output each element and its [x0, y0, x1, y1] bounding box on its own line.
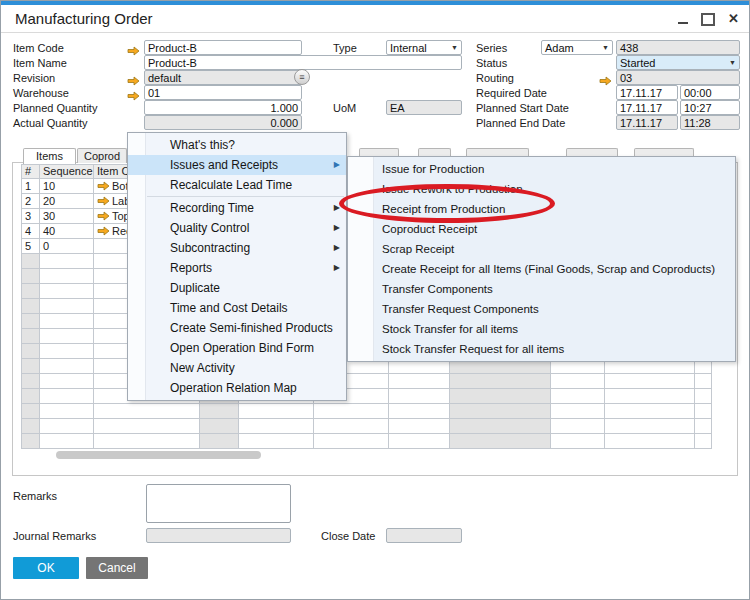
routing-link-arrow-icon[interactable]	[599, 72, 612, 82]
table-cell[interactable]	[22, 284, 40, 299]
table-cell[interactable]: 20	[40, 194, 94, 209]
cancel-button[interactable]: Cancel	[86, 557, 148, 579]
table-cell[interactable]	[389, 419, 450, 434]
table-cell[interactable]	[695, 374, 712, 389]
table-cell[interactable]	[22, 359, 40, 374]
required-date-input[interactable]: 17.11.17	[616, 85, 678, 100]
table-cell[interactable]	[22, 254, 40, 269]
table-cell[interactable]: 30	[40, 209, 94, 224]
menu-item-create-semi-finished-products[interactable]: Create Semi-finished Products	[128, 318, 346, 338]
table-cell[interactable]	[94, 404, 200, 419]
table-cell[interactable]	[450, 389, 551, 404]
menu-item-issues-and-receipts[interactable]: Issues and Receipts▶	[128, 155, 346, 175]
table-cell[interactable]	[22, 329, 40, 344]
table-cell[interactable]	[22, 374, 40, 389]
menu-item-recalculate-lead-time[interactable]: Recalculate Lead Time	[128, 175, 346, 195]
menu-item-quality-control[interactable]: Quality Control▶	[128, 218, 346, 238]
menu-item-time-and-cost-details[interactable]: Time and Cost Details	[128, 298, 346, 318]
table-cell[interactable]	[40, 254, 94, 269]
table-cell[interactable]	[605, 389, 695, 404]
table-cell[interactable]	[22, 434, 40, 449]
table-cell[interactable]	[22, 404, 40, 419]
table-cell[interactable]	[695, 434, 712, 449]
table-cell[interactable]	[551, 419, 605, 434]
revision-input[interactable]: default	[144, 70, 302, 85]
table-cell[interactable]: 1	[22, 179, 40, 194]
minimize-icon[interactable]	[678, 22, 688, 24]
table-cell[interactable]	[40, 404, 94, 419]
table-cell[interactable]: 2	[22, 194, 40, 209]
table-cell[interactable]: 4	[22, 224, 40, 239]
item-name-input[interactable]: Product-B	[144, 55, 462, 70]
table-cell[interactable]	[605, 374, 695, 389]
planned-start-date-input[interactable]: 17.11.17	[616, 100, 678, 115]
table-cell[interactable]	[605, 434, 695, 449]
table-cell[interactable]	[450, 434, 551, 449]
table-cell[interactable]	[239, 419, 314, 434]
menu-item-open-operation-bind-form[interactable]: Open Operation Bind Form	[128, 338, 346, 358]
maximize-icon[interactable]	[701, 13, 715, 26]
table-cell[interactable]: 0	[40, 239, 94, 254]
table-cell[interactable]	[94, 434, 200, 449]
table-cell[interactable]	[200, 404, 239, 419]
menu-item-duplicate[interactable]: Duplicate	[128, 278, 346, 298]
menu-item-coproduct-receipt[interactable]: Coproduct Receipt	[348, 219, 735, 239]
menu-item-create-receipt-for-all-items-final-goods-scrap-and-coproducts[interactable]: Create Receipt for all Items (Final Good…	[348, 259, 735, 279]
table-cell[interactable]	[450, 419, 551, 434]
table-cell[interactable]	[40, 269, 94, 284]
table-cell[interactable]	[389, 389, 450, 404]
required-time-input[interactable]: 00:00	[680, 85, 740, 100]
table-cell[interactable]	[239, 404, 314, 419]
ok-button[interactable]: OK	[13, 557, 79, 579]
table-cell[interactable]	[22, 389, 40, 404]
table-cell[interactable]: 3	[22, 209, 40, 224]
table-cell[interactable]	[40, 389, 94, 404]
tab-coproducts[interactable]: Coprod	[77, 148, 127, 163]
revision-list-icon[interactable]: ≡	[294, 69, 310, 85]
type-dropdown[interactable]: Internal▼	[386, 40, 462, 55]
table-cell[interactable]	[389, 404, 450, 419]
table-cell[interactable]	[389, 434, 450, 449]
menu-item-new-activity[interactable]: New Activity	[128, 358, 346, 378]
table-cell[interactable]	[314, 419, 389, 434]
table-cell[interactable]	[22, 419, 40, 434]
tab-items[interactable]: Items	[23, 148, 76, 164]
table-cell[interactable]: 40	[40, 224, 94, 239]
menu-item-stock-transfer-request-for-all-items[interactable]: Stock Transfer Request for all items	[348, 339, 735, 359]
menu-item-stock-transfer-for-all-items[interactable]: Stock Transfer for all items	[348, 319, 735, 339]
table-cell[interactable]	[695, 404, 712, 419]
table-cell[interactable]	[40, 284, 94, 299]
menu-item-transfer-components[interactable]: Transfer Components	[348, 279, 735, 299]
table-cell[interactable]	[200, 434, 239, 449]
table-cell[interactable]: 10	[40, 179, 94, 194]
remarks-textarea[interactable]	[146, 484, 291, 523]
horizontal-scrollbar[interactable]	[56, 451, 261, 459]
table-cell[interactable]	[40, 344, 94, 359]
column-header[interactable]: Sequence	[40, 165, 94, 179]
chevron-down-icon[interactable]: ▼	[602, 44, 609, 51]
table-cell[interactable]	[40, 419, 94, 434]
table-cell[interactable]	[40, 329, 94, 344]
menu-item-subcontracting[interactable]: Subcontracting▶	[128, 238, 346, 258]
table-cell[interactable]	[200, 419, 239, 434]
table-cell[interactable]	[40, 374, 94, 389]
chevron-down-icon[interactable]: ▼	[729, 59, 736, 66]
series-dropdown[interactable]: Adam▼	[541, 40, 613, 55]
menu-item-scrap-receipt[interactable]: Scrap Receipt	[348, 239, 735, 259]
titlebar[interactable]: Manufacturing Order ✕	[1, 5, 749, 33]
table-cell[interactable]	[551, 404, 605, 419]
status-dropdown[interactable]: Started▼	[616, 55, 740, 70]
table-cell[interactable]	[40, 434, 94, 449]
table-cell[interactable]	[695, 389, 712, 404]
table-cell[interactable]	[40, 314, 94, 329]
table-cell[interactable]	[605, 404, 695, 419]
table-cell[interactable]	[40, 359, 94, 374]
menu-item-recording-time[interactable]: Recording Time▶	[128, 198, 346, 218]
warehouse-input[interactable]: 01	[144, 85, 302, 100]
table-cell[interactable]	[605, 419, 695, 434]
table-cell[interactable]	[239, 434, 314, 449]
warehouse-link-arrow-icon[interactable]	[127, 87, 140, 97]
table-cell[interactable]	[450, 404, 551, 419]
column-header[interactable]: #	[22, 165, 40, 179]
chevron-down-icon[interactable]: ▼	[451, 44, 458, 51]
